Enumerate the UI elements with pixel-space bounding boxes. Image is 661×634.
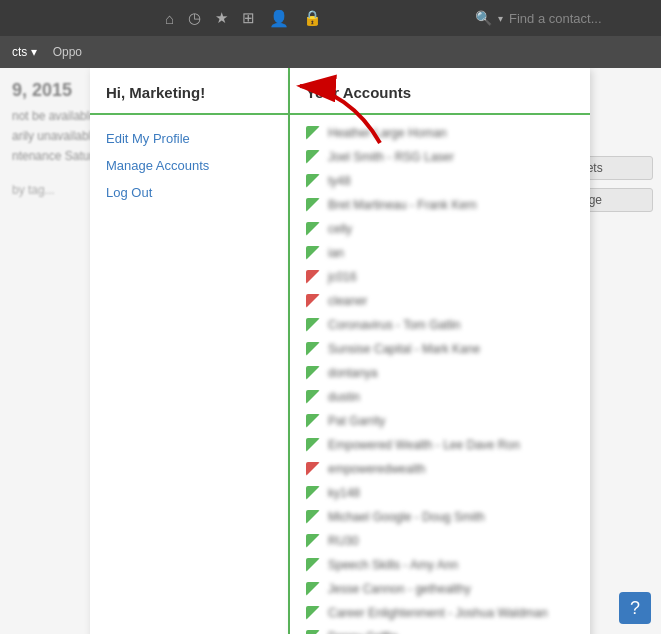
- account-status-icon: [306, 510, 320, 524]
- account-status-icon: [306, 414, 320, 428]
- list-item[interactable]: Pat Garrity: [290, 409, 590, 433]
- account-status-icon: [306, 342, 320, 356]
- search-area: 🔍 ▾: [475, 10, 649, 26]
- list-item[interactable]: jc016: [290, 265, 590, 289]
- account-name: dontanya: [328, 366, 377, 380]
- account-name: Michael Google - Doug Smith: [328, 510, 485, 524]
- blue-fab-button[interactable]: ?: [619, 592, 651, 624]
- account-status-icon: [306, 150, 320, 164]
- account-name: Coronavirus - Tom Gatlin: [328, 318, 461, 332]
- account-status-icon: [306, 366, 320, 380]
- account-name: empoweredwealth: [328, 462, 425, 476]
- account-name: jc016: [328, 270, 357, 284]
- list-item[interactable]: Danny Griffin: [290, 625, 590, 634]
- account-name: Bret Martineau - Frank Kern: [328, 198, 477, 212]
- list-item[interactable]: dontanya: [290, 361, 590, 385]
- account-status-icon: [306, 222, 320, 236]
- your-accounts-title: Your Accounts: [290, 84, 590, 115]
- sub-nav-contacts[interactable]: cts ▾: [12, 45, 37, 59]
- account-name: celly: [328, 222, 352, 236]
- account-name: dustin: [328, 390, 360, 404]
- right-panel: Your Accounts Heather Large HomanJoel Sm…: [290, 68, 590, 634]
- account-name: ty48: [328, 174, 351, 188]
- log-out-link[interactable]: Log Out: [90, 179, 288, 206]
- user-icon[interactable]: 👤: [269, 9, 289, 28]
- account-status-icon: [306, 438, 320, 452]
- account-status-icon: [306, 246, 320, 260]
- main-content: 9, 2015 not be available fo arily unavai…: [0, 68, 661, 634]
- account-name: Career Enlightenment - Joshua Waldman: [328, 606, 548, 620]
- list-item[interactable]: Speech Skills - Amy Ann: [290, 553, 590, 577]
- account-status-icon: [306, 558, 320, 572]
- account-name: RU30: [328, 534, 359, 548]
- list-item[interactable]: Heather Large Homan: [290, 121, 590, 145]
- list-item[interactable]: RU30: [290, 529, 590, 553]
- list-item[interactable]: Joel Smith - RSG Laser: [290, 145, 590, 169]
- account-status-icon: [306, 126, 320, 140]
- home-icon[interactable]: ⌂: [165, 10, 174, 27]
- list-item[interactable]: ky148: [290, 481, 590, 505]
- list-item[interactable]: Bret Martineau - Frank Kern: [290, 193, 590, 217]
- account-name: Pat Garrity: [328, 414, 385, 428]
- star-icon[interactable]: ★: [215, 9, 228, 27]
- edit-profile-link[interactable]: Edit My Profile: [90, 125, 288, 152]
- account-status-icon: [306, 270, 320, 284]
- hi-marketing-title: Hi, Marketing!: [90, 84, 288, 115]
- account-status-icon: [306, 462, 320, 476]
- search-icon[interactable]: 🔍: [475, 10, 492, 26]
- list-item[interactable]: celly: [290, 217, 590, 241]
- dropdown-overlay: Hi, Marketing! Edit My Profile Manage Ac…: [90, 68, 590, 634]
- sub-nav-bar: cts ▾ Oppo: [0, 36, 661, 68]
- top-nav-bar: ⌂ ◷ ★ ⊞ 👤 🔒 🔍 ▾: [0, 0, 661, 36]
- sub-nav-oppo[interactable]: Oppo: [53, 45, 82, 59]
- history-icon[interactable]: ◷: [188, 9, 201, 27]
- account-name: Danny Griffin: [328, 630, 398, 634]
- account-name: Jesse Cannon - gethealthy: [328, 582, 471, 596]
- account-name: ky148: [328, 486, 360, 500]
- account-status-icon: [306, 630, 320, 634]
- sub-nav-contacts-label: cts ▾: [12, 45, 37, 59]
- list-item[interactable]: ty48: [290, 169, 590, 193]
- account-name: ian: [328, 246, 344, 260]
- account-status-icon: [306, 390, 320, 404]
- lock-icon[interactable]: 🔒: [303, 9, 322, 27]
- list-item[interactable]: Empowered Wealth - Lee Dave Ron: [290, 433, 590, 457]
- sub-nav-oppo-label: Oppo: [53, 45, 82, 59]
- manage-accounts-link[interactable]: Manage Accounts: [90, 152, 288, 179]
- account-status-icon: [306, 318, 320, 332]
- search-input[interactable]: [509, 11, 649, 26]
- account-status-icon: [306, 534, 320, 548]
- account-name: Speech Skills - Amy Ann: [328, 558, 458, 572]
- account-name: Sunsise Capital - Mark Kane: [328, 342, 480, 356]
- list-item[interactable]: Jesse Cannon - gethealthy: [290, 577, 590, 601]
- list-item[interactable]: Career Enlightenment - Joshua Waldman: [290, 601, 590, 625]
- list-item[interactable]: Coronavirus - Tom Gatlin: [290, 313, 590, 337]
- account-status-icon: [306, 174, 320, 188]
- account-status-icon: [306, 198, 320, 212]
- list-item[interactable]: cleaner: [290, 289, 590, 313]
- grid-icon[interactable]: ⊞: [242, 9, 255, 27]
- list-item[interactable]: Sunsise Capital - Mark Kane: [290, 337, 590, 361]
- list-item[interactable]: ian: [290, 241, 590, 265]
- list-item[interactable]: empoweredwealth: [290, 457, 590, 481]
- list-item[interactable]: Michael Google - Doug Smith: [290, 505, 590, 529]
- list-item[interactable]: dustin: [290, 385, 590, 409]
- accounts-list: Heather Large HomanJoel Smith - RSG Lase…: [290, 121, 590, 634]
- account-status-icon: [306, 606, 320, 620]
- nav-icons: ⌂ ◷ ★ ⊞ 👤 🔒: [12, 9, 475, 28]
- account-name: Empowered Wealth - Lee Dave Ron: [328, 438, 520, 452]
- account-name: Heather Large Homan: [328, 126, 447, 140]
- account-name: Joel Smith - RSG Laser: [328, 150, 454, 164]
- account-status-icon: [306, 486, 320, 500]
- account-status-icon: [306, 582, 320, 596]
- account-name: cleaner: [328, 294, 367, 308]
- left-panel: Hi, Marketing! Edit My Profile Manage Ac…: [90, 68, 290, 634]
- search-dropdown-icon[interactable]: ▾: [498, 13, 503, 24]
- account-status-icon: [306, 294, 320, 308]
